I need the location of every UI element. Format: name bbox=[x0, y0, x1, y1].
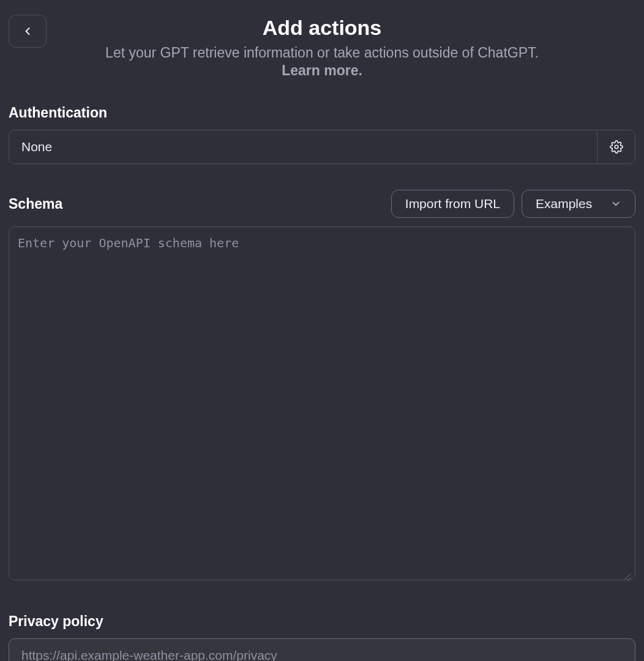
schema-label: Schema bbox=[9, 196, 62, 212]
schema-textarea[interactable] bbox=[9, 226, 635, 580]
chevron-down-icon bbox=[610, 198, 621, 209]
authentication-label: Authentication bbox=[9, 105, 635, 121]
examples-label: Examples bbox=[536, 196, 592, 211]
privacy-policy-label: Privacy policy bbox=[9, 613, 635, 630]
page-subtitle: Let your GPT retrieve information or tak… bbox=[47, 43, 597, 62]
gear-icon bbox=[610, 140, 623, 154]
import-from-url-button[interactable]: Import from URL bbox=[391, 190, 514, 218]
privacy-policy-input[interactable] bbox=[9, 638, 635, 661]
learn-more-link[interactable]: Learn more. bbox=[282, 62, 362, 78]
authentication-settings-button[interactable] bbox=[597, 130, 635, 163]
svg-point-0 bbox=[615, 145, 618, 149]
page-title: Add actions bbox=[47, 16, 597, 40]
back-button[interactable] bbox=[9, 15, 47, 48]
chevron-left-icon bbox=[21, 25, 34, 37]
examples-dropdown[interactable]: Examples bbox=[522, 190, 635, 218]
authentication-select[interactable]: None bbox=[9, 130, 597, 163]
authentication-field: None bbox=[9, 130, 635, 164]
